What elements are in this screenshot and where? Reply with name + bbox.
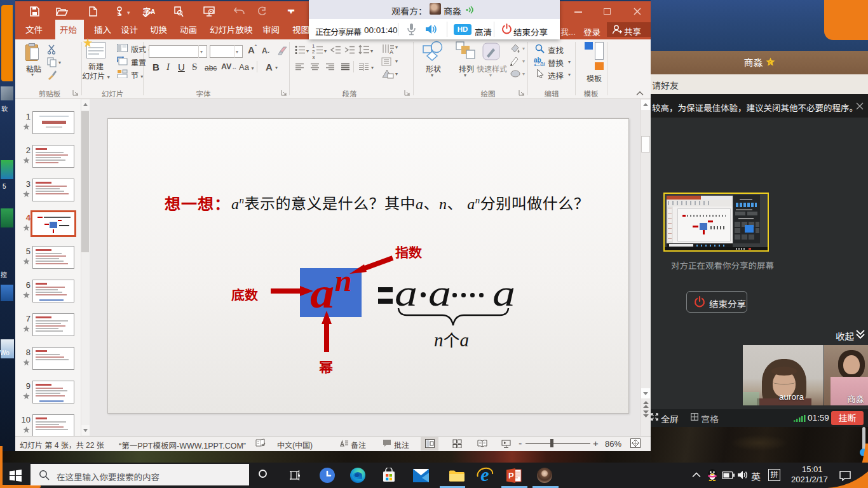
svg-text:P: P	[508, 471, 514, 480]
svg-text:⇄ac: ⇄ac	[534, 60, 545, 66]
svg-text:z: z	[769, 60, 771, 64]
svg-text:A: A	[390, 49, 393, 55]
